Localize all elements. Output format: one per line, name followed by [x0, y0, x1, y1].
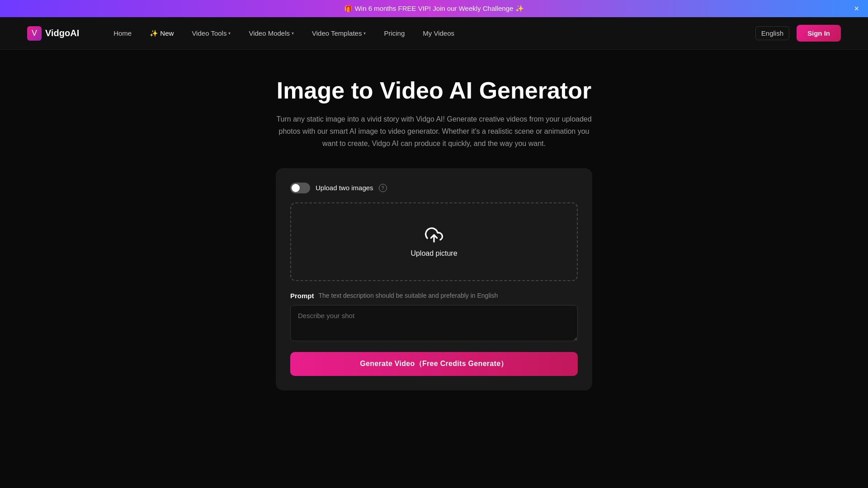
toggle-label: Upload two images [316, 184, 373, 192]
chevron-down-icon: ▾ [292, 31, 294, 36]
nav-item-new[interactable]: ✨ New [142, 26, 181, 41]
navbar: V VidgoAI Home ✨ New Video Tools ▾ Video… [0, 17, 868, 50]
nav-item-pricing[interactable]: Pricing [377, 26, 412, 41]
prompt-textarea[interactable] [290, 305, 578, 341]
upload-icon [425, 226, 443, 244]
language-selector[interactable]: English [755, 26, 789, 40]
generator-card: Upload two images ? Upload picture Promp… [276, 168, 592, 390]
prompt-label: Prompt [290, 292, 314, 300]
logo-icon: V [27, 26, 42, 41]
chevron-down-icon: ▾ [228, 31, 231, 36]
info-icon[interactable]: ? [379, 184, 387, 192]
sign-in-button[interactable]: Sign In [797, 25, 841, 42]
generate-button[interactable]: Generate Video（Free Credits Generate） [290, 352, 578, 376]
nav-item-my-videos[interactable]: My Videos [415, 26, 462, 41]
promo-banner: 🎁 Win 6 months FREE VIP! Join our Weekly… [0, 0, 868, 17]
toggle-row: Upload two images ? [290, 183, 578, 193]
main-content: Image to Video AI Generator Turn any sta… [0, 50, 868, 408]
nav-item-video-tools[interactable]: Video Tools ▾ [184, 26, 238, 41]
logo[interactable]: V VidgoAI [27, 26, 79, 41]
upload-two-images-toggle[interactable] [290, 183, 310, 193]
prompt-row: Prompt The text description should be su… [290, 292, 578, 300]
banner-text: 🎁 Win 6 months FREE VIP! Join our Weekly… [344, 5, 524, 13]
nav-item-video-models[interactable]: Video Models ▾ [241, 26, 301, 41]
nav-right: English Sign In [755, 25, 841, 42]
upload-area[interactable]: Upload picture [290, 202, 578, 281]
page-title: Image to Video AI Generator [277, 77, 591, 104]
upload-label: Upload picture [410, 249, 457, 258]
prompt-hint: The text description should be suitable … [319, 292, 498, 299]
banner-close-button[interactable]: × [854, 5, 859, 13]
logo-text: VidgoAI [45, 28, 79, 38]
nav-item-home[interactable]: Home [106, 26, 139, 41]
page-description: Turn any static image into a vivid story… [276, 113, 592, 150]
nav-item-video-templates[interactable]: Video Templates ▾ [305, 26, 373, 41]
chevron-down-icon: ▾ [363, 31, 366, 36]
nav-links: Home ✨ New Video Tools ▾ Video Models ▾ … [106, 26, 755, 41]
